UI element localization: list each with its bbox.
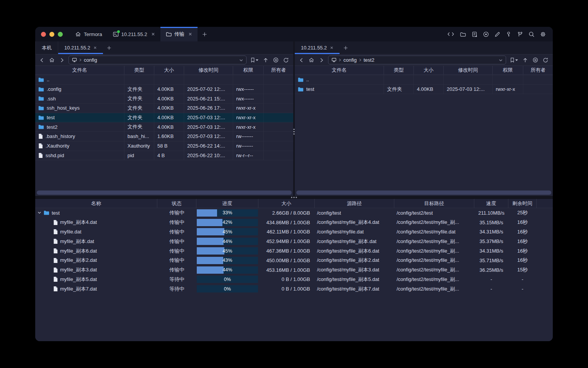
add-panel-tab-button[interactable] [103, 41, 115, 54]
close-icon[interactable] [151, 32, 155, 36]
table-row[interactable]: .ssh 文件夹4.00KB2025-06-21 15:...rwx------ [35, 94, 293, 104]
refresh-button[interactable] [283, 58, 289, 63]
table-row[interactable]: test 文件夹4.00KB2025-07-03 12:...rwxr-xr-x [295, 85, 553, 94]
path-segment[interactable]: test2 [364, 57, 374, 63]
column-header[interactable]: 剩余时间 [508, 199, 537, 208]
column-header[interactable]: 所有者 [264, 66, 293, 75]
table-row[interactable]: .. [295, 75, 553, 85]
path-segment[interactable]: config [343, 57, 357, 63]
column-header[interactable]: 所有者 [523, 66, 553, 75]
table-row[interactable]: sshd.pid pid4 B2025-06-22 10:...rw-r--r-… [35, 151, 293, 161]
show-hidden-files-button[interactable] [272, 57, 279, 63]
transfer-row[interactable]: myfile_副本4.dat 传输中 42% 434.86MB / 1.00GB… [35, 218, 553, 227]
tab-transfer[interactable]: 传输 [160, 27, 198, 41]
home-button[interactable] [308, 57, 315, 63]
column-header[interactable]: 大小 [258, 199, 315, 208]
forward-button[interactable] [59, 58, 65, 63]
table-row[interactable]: ssh_host_keys 文件夹4.00KB2025-06-26 17:...… [35, 104, 293, 113]
transfer-row[interactable]: myfile_副本7.dat 等待中 0% 0 B / 1.00GB /conf… [35, 284, 553, 294]
zoom-window-button[interactable] [58, 32, 63, 37]
panel-tab-remote[interactable]: 10.211.55.2 [295, 41, 340, 54]
show-hidden-files-button[interactable] [532, 57, 539, 63]
transfer-row[interactable]: myfile_副本5.dat 等待中 0% 0 B / 1.00GB /conf… [35, 275, 553, 284]
close-icon[interactable] [188, 32, 192, 36]
column-header[interactable]: 修改时间 [184, 66, 233, 75]
column-header[interactable]: 修改时间 [444, 66, 493, 75]
back-button[interactable] [38, 58, 45, 63]
folder-icon[interactable] [460, 32, 466, 37]
upload-button[interactable] [262, 58, 269, 63]
record-icon[interactable] [483, 31, 489, 37]
transfer-row[interactable]: myfile_副本6.dat 传输中 45% 467.36MB / 1.00GB… [35, 246, 553, 256]
home-button[interactable] [48, 57, 56, 63]
chevron-down-icon[interactable] [38, 211, 41, 215]
forward-button[interactable] [318, 58, 325, 63]
table-row[interactable]: .. [35, 75, 293, 85]
table-row[interactable]: .config 文件夹4.00KB2025-07-02 12:...rwx---… [35, 85, 293, 94]
column-header[interactable]: 类型 [384, 66, 414, 75]
column-header[interactable]: 大小 [414, 66, 444, 75]
column-header[interactable]: 权限 [233, 66, 264, 75]
progress-bar: 33% [197, 209, 258, 217]
path-segment[interactable]: config [84, 57, 97, 63]
close-icon[interactable] [93, 46, 97, 49]
column-header[interactable]: 进度 [196, 199, 258, 208]
file-icon [53, 286, 58, 292]
transfer-row[interactable]: myfile.dat 传输中 45% 462.11MB / 1.00GB /co… [35, 227, 553, 237]
column-header[interactable]: 目标路径 [394, 199, 474, 208]
transfer-row[interactable]: myfile_副本3.dat 传输中 44% 453.16MB / 1.00GB… [35, 265, 553, 275]
file-icon [38, 143, 43, 149]
file-icon [38, 153, 43, 158]
path-field[interactable]: config test2 [328, 56, 506, 64]
horizontal-scrollbar[interactable] [296, 191, 551, 195]
column-header[interactable]: 权限 [493, 66, 523, 75]
minimize-window-button[interactable] [49, 32, 54, 37]
column-header[interactable]: 速度 [474, 199, 508, 208]
column-header[interactable]: 名称 [35, 199, 157, 208]
search-icon[interactable] [529, 31, 534, 37]
column-header[interactable]: 类型 [124, 66, 154, 75]
titlebar: Termora 10.211.55.2 传输 [35, 27, 553, 41]
panel-tab-local[interactable]: 本机 [35, 41, 58, 54]
column-header[interactable]: 状态 [157, 199, 196, 208]
tab-ssh-session[interactable]: 10.211.55.2 [108, 27, 161, 41]
add-panel-tab-button[interactable] [340, 41, 352, 54]
settings-icon[interactable] [540, 31, 546, 37]
keychain-icon[interactable] [517, 31, 523, 37]
chevron-down-icon[interactable] [499, 59, 503, 62]
panel-tab-remote[interactable]: 10.211.55.2 [58, 41, 103, 54]
horizontal-splitter[interactable] [35, 196, 553, 199]
refresh-button[interactable] [542, 58, 549, 63]
log-icon[interactable] [472, 31, 477, 37]
column-header[interactable]: 大小 [154, 66, 184, 75]
close-icon[interactable] [330, 46, 333, 49]
chevron-down-icon[interactable] [239, 59, 243, 62]
new-tab-button[interactable] [198, 27, 212, 41]
back-button[interactable] [298, 58, 305, 63]
table-row[interactable]: test2 文件夹4.00KB2025-07-03 12:...rwxr-xr-… [35, 122, 293, 132]
right-file-panel: 10.211.55.2 config test2 [295, 41, 553, 196]
close-window-button[interactable] [41, 32, 46, 37]
table-row-selected[interactable]: test 文件夹4.00KB2025-07-03 12:...rwxr-xr-x [35, 113, 293, 123]
left-path-toolbar: config [35, 54, 293, 66]
table-row[interactable]: .bash_history bash_hi...1.60KB2025-07-03… [35, 132, 293, 141]
bookmark-button[interactable] [250, 58, 259, 62]
table-row[interactable]: .Xauthority Xauthority58 B2025-06-22 14:… [35, 141, 293, 151]
transfer-row[interactable]: test 传输中 33% 2.66GB / 8.00GB /config/tes… [35, 208, 553, 218]
tab-home[interactable]: Termora [70, 27, 108, 41]
upload-button[interactable] [522, 58, 529, 63]
termora-window: Termora 10.211.55.2 传输 [35, 27, 553, 341]
transfer-row[interactable]: myfile_副本.dat 传输中 44% 452.94MB / 1.00GB … [35, 237, 553, 246]
column-header[interactable]: 源路径 [315, 199, 394, 208]
left-file-panel: 本机 10.211.55.2 config [35, 41, 293, 196]
transfer-row[interactable]: myfile_副本2.dat 传输中 43% 450.00MB / 1.00GB… [35, 256, 553, 265]
column-header[interactable]: 文件名 [295, 66, 384, 75]
path-field[interactable]: config [69, 56, 247, 64]
folder-icon [38, 105, 44, 111]
bookmark-button[interactable] [509, 58, 519, 62]
column-header[interactable]: 文件名 [35, 66, 124, 75]
key-icon[interactable] [506, 31, 511, 37]
edit-icon[interactable] [495, 31, 500, 37]
code-icon[interactable] [448, 32, 454, 36]
horizontal-scrollbar[interactable] [37, 191, 292, 195]
